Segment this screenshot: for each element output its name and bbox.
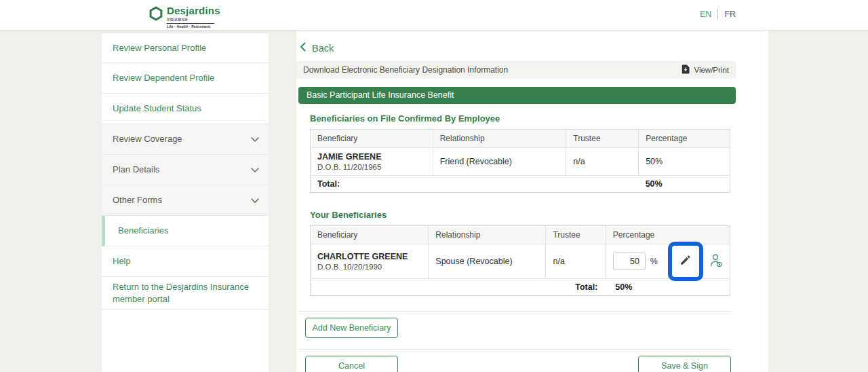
total-row: Total: 50% bbox=[311, 176, 730, 193]
view-print-label: View/Print bbox=[694, 66, 729, 74]
confirmed-section-title: Beneficiaries on File Confirmed By Emplo… bbox=[310, 113, 768, 124]
column-header-relationship: Relationship bbox=[429, 226, 546, 244]
desjardins-logo: Desjardins Insurance Life · Health · Ret… bbox=[149, 5, 220, 29]
section-divider bbox=[298, 349, 731, 350]
percentage-input[interactable] bbox=[613, 253, 646, 270]
column-header-percentage: Percentage bbox=[606, 226, 730, 244]
form-actions: Cancel Save & Sign bbox=[305, 356, 731, 372]
your-beneficiaries-title: Your Beneficiaries bbox=[310, 210, 768, 220]
column-header-beneficiary: Beneficiary bbox=[311, 226, 429, 244]
cancel-button[interactable]: Cancel bbox=[305, 356, 398, 372]
chevron-down-icon bbox=[251, 194, 259, 206]
lang-fr-link[interactable]: FR bbox=[724, 10, 736, 19]
sidebar-item-label: Review Dependent Profile bbox=[113, 72, 214, 84]
sidebar-item-label: Beneficiaries bbox=[118, 225, 168, 237]
column-header-beneficiary: Beneficiary bbox=[311, 130, 433, 148]
sidebar-item-label: Review Coverage bbox=[113, 133, 182, 145]
download-bar: Download Electronic Beneficiary Designat… bbox=[296, 61, 736, 79]
sidebar-item-label: Plan Details bbox=[113, 164, 159, 176]
beneficiary-dob: D.O.B. 10/20/1990 bbox=[317, 263, 421, 271]
edit-beneficiary-button[interactable] bbox=[674, 248, 697, 275]
brand-name: Desjardins bbox=[167, 5, 220, 16]
chevron-down-icon bbox=[251, 164, 259, 176]
save-sign-button[interactable]: Save & Sign bbox=[638, 356, 731, 372]
sidebar-item-review-coverage[interactable]: Review Coverage bbox=[102, 124, 269, 155]
table-header-row: Beneficiary Relationship Trustee Percent… bbox=[311, 226, 730, 244]
sidebar-item-review-personal-profile[interactable]: Review Personal Profile bbox=[102, 33, 269, 63]
beneficiary-trustee: n/a bbox=[546, 244, 606, 279]
beneficiary-relationship: Friend (Revocable) bbox=[433, 148, 566, 176]
chevron-down-icon bbox=[251, 133, 259, 145]
lang-divider bbox=[717, 9, 718, 20]
view-print-button[interactable]: View/Print bbox=[682, 64, 729, 75]
beneficiary-dob: D.O.B. 11/20/1965 bbox=[317, 163, 426, 171]
sidebar-item-plan-details[interactable]: Plan Details bbox=[102, 155, 269, 185]
annotation-highlight-box bbox=[668, 242, 703, 281]
sidebar-item-label: Review Personal Profile bbox=[113, 42, 206, 54]
column-header-relationship: Relationship bbox=[433, 130, 566, 148]
pencil-icon bbox=[679, 255, 691, 268]
remove-beneficiary-button[interactable] bbox=[709, 253, 723, 269]
beneficiary-trustee: n/a bbox=[566, 148, 639, 176]
back-label: Back bbox=[312, 43, 334, 54]
table-header-row: Beneficiary Relationship Trustee Percent… bbox=[311, 130, 730, 148]
sidebar-item-label: Update Student Status bbox=[113, 103, 201, 115]
your-beneficiaries-table: Beneficiary Relationship Trustee Percent… bbox=[310, 225, 730, 296]
brand-tagline: Life · Health · Retirement bbox=[167, 23, 214, 29]
sidebar-item-beneficiaries[interactable]: Beneficiaries bbox=[102, 216, 269, 246]
sidebar-item-help[interactable]: Help bbox=[102, 246, 269, 277]
sidebar-nav: Review Personal Profile Review Dependent… bbox=[102, 33, 269, 372]
beneficiary-percentage: 50% bbox=[639, 148, 730, 176]
hexagon-icon bbox=[149, 6, 163, 29]
download-label: Download Electronic Beneficiary Designat… bbox=[303, 65, 508, 75]
brand-sub: Insurance bbox=[167, 17, 220, 22]
confirmed-beneficiaries-table: Beneficiary Relationship Trustee Percent… bbox=[310, 129, 730, 193]
table-row: JAMIE GREENE D.O.B. 11/20/1965 Friend (R… bbox=[311, 148, 730, 176]
language-switcher: EN FR bbox=[700, 9, 736, 20]
percent-sign: % bbox=[650, 257, 658, 266]
total-value: 50% bbox=[639, 176, 730, 193]
main-panel: Back Download Electronic Beneficiary Des… bbox=[296, 31, 768, 372]
total-value: 50% bbox=[606, 279, 730, 296]
sidebar-item-update-student-status[interactable]: Update Student Status bbox=[102, 94, 269, 124]
beneficiary-relationship: Spouse (Revocable) bbox=[429, 244, 546, 279]
section-divider bbox=[298, 311, 731, 312]
lang-en-link[interactable]: EN bbox=[700, 10, 711, 19]
benefit-banner: Basic Participant Life Insurance Benefit bbox=[298, 87, 736, 104]
column-header-trustee: Trustee bbox=[566, 130, 639, 148]
total-label: Total: bbox=[311, 279, 606, 296]
sidebar-item-review-dependent-profile[interactable]: Review Dependent Profile bbox=[102, 63, 269, 94]
add-new-beneficiary-button[interactable]: Add New Beneficiary bbox=[305, 318, 398, 338]
beneficiary-name: JAMIE GREENE bbox=[317, 152, 426, 162]
total-label: Total: bbox=[311, 176, 639, 193]
back-button[interactable]: Back bbox=[300, 42, 347, 54]
beneficiary-name: CHARLOTTE GREENE bbox=[317, 252, 421, 261]
sidebar-item-other-forms[interactable]: Other Forms bbox=[102, 185, 269, 216]
top-header: Desjardins Insurance Life · Health · Ret… bbox=[0, 0, 868, 31]
sidebar-item-label: Help bbox=[113, 255, 131, 267]
remove-person-icon bbox=[709, 253, 723, 269]
total-row: Total: 50% bbox=[311, 279, 730, 296]
column-header-percentage: Percentage bbox=[639, 130, 730, 148]
document-icon bbox=[682, 64, 690, 75]
table-row: CHARLOTTE GREENE D.O.B. 10/20/1990 Spous… bbox=[311, 244, 730, 279]
chevron-left-icon bbox=[300, 42, 306, 54]
column-header-trustee: Trustee bbox=[546, 226, 606, 244]
sidebar-item-label: Other Forms bbox=[113, 194, 162, 206]
sidebar-item-return-member-portal[interactable]: Return to the Desjardins Insurance membe… bbox=[102, 277, 269, 310]
sidebar-item-label: Return to the Desjardins Insurance membe… bbox=[113, 281, 259, 305]
